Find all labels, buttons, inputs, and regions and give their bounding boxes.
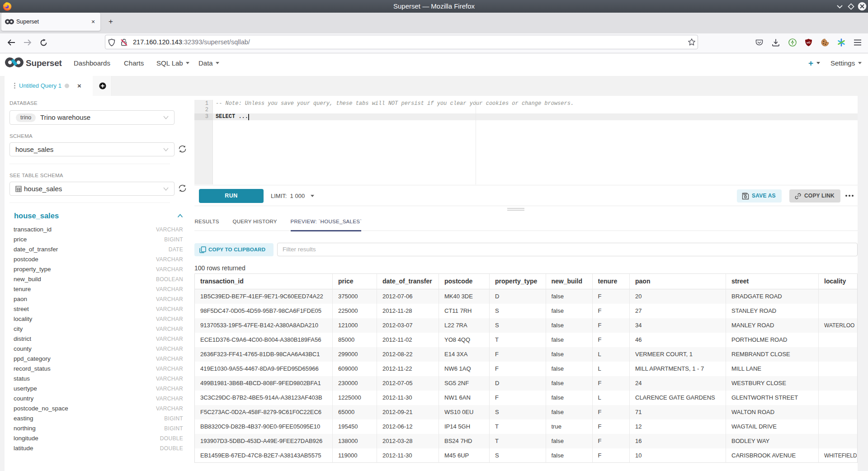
svg-text:uO: uO	[807, 41, 811, 44]
